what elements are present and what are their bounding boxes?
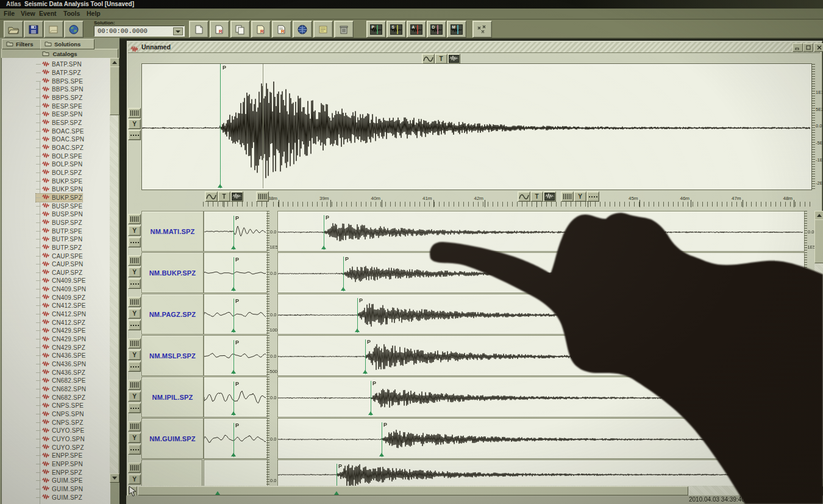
pointing-hand-silhouette xyxy=(0,0,823,504)
screen: Atlas Seismic Data Analysis Tool [Unsave… xyxy=(0,0,823,504)
